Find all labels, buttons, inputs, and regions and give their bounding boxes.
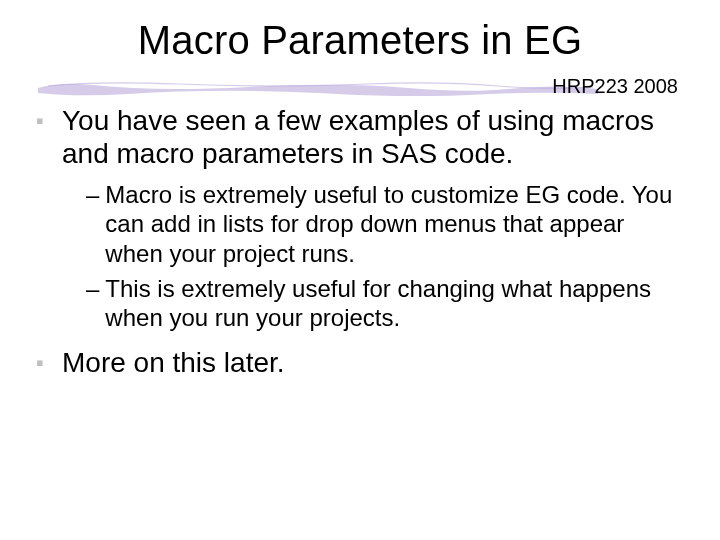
bullet-item: ▪ More on this later. [36,346,684,379]
slide-title: Macro Parameters in EG [0,18,720,63]
slide: Macro Parameters in EG HRP223 2008 ▪ You… [0,0,720,540]
sub-bullet-text: Macro is extremely useful to customize E… [105,180,684,268]
bullet-text: You have seen a few examples of using ma… [62,104,684,170]
dash-bullet-icon: – [86,180,99,209]
bullet-text: More on this later. [62,346,684,379]
bullet-item: ▪ You have seen a few examples of using … [36,104,684,170]
course-code-label: HRP223 2008 [552,75,678,98]
sub-bullet-item: – This is extremely useful for changing … [86,274,684,333]
square-bullet-icon: ▪ [36,352,54,374]
brush-decoration [38,78,638,96]
sub-bullet-group: – Macro is extremely useful to customize… [86,180,684,332]
square-bullet-icon: ▪ [36,110,54,132]
slide-body: ▪ You have seen a few examples of using … [36,104,684,389]
dash-bullet-icon: – [86,274,99,303]
sub-bullet-item: – Macro is extremely useful to customize… [86,180,684,268]
sub-bullet-text: This is extremely useful for changing wh… [105,274,684,333]
